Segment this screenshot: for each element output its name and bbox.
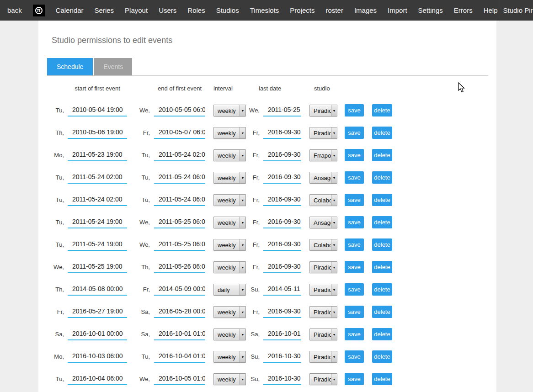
- interval-select[interactable]: weekly ▼: [213, 306, 246, 318]
- end-datetime-input[interactable]: [154, 284, 205, 296]
- start-datetime-input[interactable]: [68, 306, 127, 318]
- last-date-input[interactable]: [263, 172, 301, 184]
- nav-item-settings[interactable]: Settings: [418, 6, 443, 14]
- interval-select[interactable]: weekly ▼: [213, 194, 246, 206]
- start-datetime-input[interactable]: [68, 284, 127, 296]
- last-date-input[interactable]: [263, 328, 301, 340]
- start-datetime-input[interactable]: [68, 217, 127, 228]
- delete-button[interactable]: delete: [372, 238, 392, 251]
- nav-item-roles[interactable]: Roles: [187, 6, 205, 14]
- start-datetime-input[interactable]: [68, 149, 127, 161]
- studio-select[interactable]: Ansage ▼: [309, 217, 337, 228]
- last-date-input[interactable]: [263, 373, 301, 385]
- delete-button[interactable]: delete: [372, 261, 392, 273]
- end-datetime-input[interactable]: [154, 194, 205, 206]
- interval-select[interactable]: weekly ▼: [213, 172, 246, 184]
- nav-item-roster[interactable]: roster: [326, 6, 343, 14]
- studio-select[interactable]: Piradio ▼: [309, 261, 337, 273]
- studio-select[interactable]: Piradio ▼: [309, 284, 337, 296]
- interval-select[interactable]: weekly ▼: [213, 373, 246, 385]
- interval-select[interactable]: weekly ▼: [213, 351, 246, 363]
- last-date-input[interactable]: [263, 127, 301, 139]
- delete-button[interactable]: delete: [372, 283, 392, 296]
- last-date-input[interactable]: [263, 261, 301, 273]
- save-button[interactable]: save: [345, 328, 364, 340]
- save-button[interactable]: save: [345, 194, 364, 206]
- studio-select[interactable]: Colabo ▼: [309, 194, 337, 206]
- interval-select[interactable]: weekly ▼: [213, 149, 246, 161]
- start-datetime-input[interactable]: [68, 328, 127, 340]
- end-datetime-input[interactable]: [154, 239, 205, 251]
- studio-select[interactable]: Piradio ▼: [309, 351, 337, 363]
- nav-item-import[interactable]: Import: [388, 6, 407, 14]
- end-datetime-input[interactable]: [154, 149, 205, 161]
- end-datetime-input[interactable]: [154, 217, 205, 228]
- end-datetime-input[interactable]: [154, 373, 205, 385]
- save-button[interactable]: save: [345, 373, 364, 385]
- app-logo[interactable]: π: [33, 5, 45, 16]
- interval-select[interactable]: daily ▼: [213, 284, 246, 296]
- studio-switcher[interactable]: Studio Piradio ▼: [498, 0, 533, 21]
- nav-item-calendar[interactable]: Calendar: [56, 6, 84, 14]
- nav-item-series[interactable]: Series: [95, 6, 114, 14]
- save-button[interactable]: save: [345, 238, 364, 251]
- nav-item-errors[interactable]: Errors: [454, 6, 473, 14]
- delete-button[interactable]: delete: [372, 216, 392, 228]
- interval-select[interactable]: weekly ▼: [213, 217, 246, 228]
- save-button[interactable]: save: [345, 104, 364, 117]
- studio-select[interactable]: Frrapo ▼: [309, 149, 337, 161]
- save-button[interactable]: save: [345, 306, 364, 318]
- end-datetime-input[interactable]: [154, 351, 205, 363]
- delete-button[interactable]: delete: [372, 373, 392, 385]
- nav-item-playout[interactable]: Playout: [125, 6, 148, 14]
- start-datetime-input[interactable]: [68, 172, 127, 184]
- end-datetime-input[interactable]: [154, 306, 205, 318]
- last-date-input[interactable]: [263, 217, 301, 228]
- start-datetime-input[interactable]: [68, 351, 127, 363]
- delete-button[interactable]: delete: [372, 149, 392, 161]
- delete-button[interactable]: delete: [372, 104, 392, 117]
- interval-select[interactable]: weekly ▼: [213, 239, 246, 251]
- nav-item-projects[interactable]: Projects: [290, 6, 314, 14]
- studio-select[interactable]: Piradio ▼: [309, 105, 337, 117]
- start-datetime-input[interactable]: [68, 127, 127, 139]
- delete-button[interactable]: delete: [372, 328, 392, 340]
- nav-item-help[interactable]: Help: [484, 6, 498, 14]
- end-datetime-input[interactable]: [154, 172, 205, 184]
- interval-select[interactable]: weekly ▼: [213, 328, 246, 340]
- start-datetime-input[interactable]: [68, 261, 127, 273]
- interval-select[interactable]: weekly ▼: [213, 261, 246, 273]
- start-datetime-input[interactable]: [68, 373, 127, 385]
- start-datetime-input[interactable]: [68, 194, 127, 206]
- interval-select[interactable]: weekly ▼: [213, 127, 246, 139]
- last-date-input[interactable]: [263, 149, 301, 161]
- save-button[interactable]: save: [345, 283, 364, 296]
- studio-select[interactable]: Piradio ▼: [309, 373, 337, 385]
- interval-select[interactable]: weekly ▼: [213, 105, 246, 117]
- last-date-input[interactable]: [263, 239, 301, 251]
- save-button[interactable]: save: [345, 171, 364, 184]
- save-button[interactable]: save: [345, 216, 364, 228]
- save-button[interactable]: save: [345, 261, 364, 273]
- start-datetime-input[interactable]: [68, 239, 127, 251]
- last-date-input[interactable]: [263, 284, 301, 296]
- tab-schedule[interactable]: Schedule: [47, 58, 93, 75]
- end-datetime-input[interactable]: [154, 127, 205, 139]
- delete-button[interactable]: delete: [372, 194, 392, 206]
- save-button[interactable]: save: [345, 127, 364, 139]
- nav-item-images[interactable]: Images: [354, 6, 377, 14]
- studio-select[interactable]: Piradio ▼: [309, 306, 337, 318]
- start-datetime-input[interactable]: [68, 105, 127, 117]
- nav-item-users[interactable]: Users: [159, 6, 176, 14]
- nav-back[interactable]: back: [7, 6, 22, 14]
- last-date-input[interactable]: [263, 105, 301, 117]
- delete-button[interactable]: delete: [372, 171, 392, 184]
- studio-select[interactable]: Ansage ▼: [309, 172, 337, 184]
- nav-item-timeslots[interactable]: Timeslots: [250, 6, 279, 14]
- delete-button[interactable]: delete: [372, 350, 392, 363]
- delete-button[interactable]: delete: [372, 127, 392, 139]
- save-button[interactable]: save: [345, 350, 364, 363]
- end-datetime-input[interactable]: [154, 328, 205, 340]
- tab-events[interactable]: Events: [94, 58, 132, 75]
- end-datetime-input[interactable]: [154, 105, 205, 117]
